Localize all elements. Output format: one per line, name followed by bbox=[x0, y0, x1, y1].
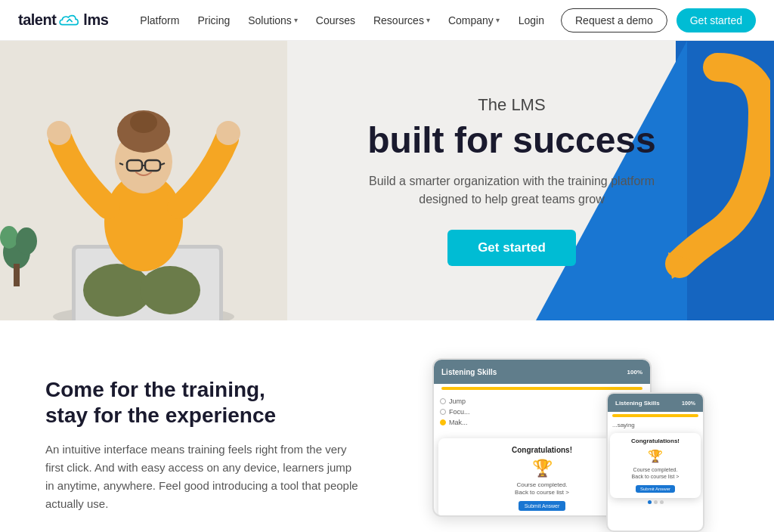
nav-pricing[interactable]: Pricing bbox=[190, 10, 237, 31]
mock-phone-submit-button[interactable]: Submit Answer bbox=[636, 485, 675, 493]
mock-phone-congrats-popup: Congratulations! 🏆 Course completed.Back… bbox=[610, 433, 701, 498]
get-started-nav-button[interactable]: Get started bbox=[676, 8, 756, 32]
svg-point-3 bbox=[16, 227, 37, 255]
hero-person-illustration bbox=[0, 41, 287, 320]
mock-phone-dot-3 bbox=[660, 500, 664, 504]
svg-point-9 bbox=[140, 266, 200, 314]
logo-cloud-icon bbox=[57, 14, 82, 27]
mock-phone-progress-bar bbox=[612, 414, 698, 417]
mock-phone-trophy-icon: 🏆 bbox=[616, 449, 695, 463]
nav-courses[interactable]: Courses bbox=[308, 10, 363, 31]
mock-phone-congrats-title: Congratulations! bbox=[616, 438, 695, 444]
mock-progress-bar bbox=[441, 387, 642, 390]
hero-section: The LMS built for success Build a smarte… bbox=[0, 41, 774, 320]
logo[interactable]: talent lms bbox=[18, 11, 108, 29]
nav-resources[interactable]: Resources ▾ bbox=[366, 10, 438, 31]
nav-links: Platform Pricing Solutions ▾ Courses Res… bbox=[132, 10, 510, 31]
section2-description: An intuitive interface means training fe… bbox=[45, 441, 363, 513]
mock-phone-dot-1 bbox=[648, 500, 652, 504]
logo-text-part1: talent bbox=[18, 11, 56, 29]
svg-point-20 bbox=[47, 121, 71, 145]
hero-image bbox=[0, 41, 287, 320]
chevron-down-icon: ▾ bbox=[294, 16, 298, 24]
chevron-down-icon-2: ▾ bbox=[426, 16, 430, 24]
mock-phone-congrats-text: Course completed.Back to course list > bbox=[616, 466, 695, 480]
hero-content: The LMS built for success Build a smarte… bbox=[249, 80, 774, 282]
nav-platform[interactable]: Platform bbox=[132, 10, 187, 31]
svg-point-21 bbox=[216, 121, 240, 145]
section2-title: Come for the training,stay for the exper… bbox=[45, 377, 363, 428]
mock-tablet-header: Listening Skills 100% bbox=[434, 360, 650, 384]
mock-radio-3 bbox=[440, 419, 446, 425]
request-demo-button[interactable]: Request a demo bbox=[561, 8, 667, 32]
nav-actions: Login Request a demo Get started bbox=[511, 8, 756, 32]
mock-phone: Listening Skills 100% ...saying Congratu… bbox=[606, 392, 704, 532]
mock-screens: Listening Skills 100% Jump Focu... bbox=[432, 358, 704, 532]
mock-phone-header: Listening Skills 100% bbox=[608, 394, 703, 412]
svg-rect-4 bbox=[14, 264, 20, 286]
hero-subtitle: The LMS bbox=[280, 95, 744, 115]
hero-get-started-button[interactable]: Get started bbox=[447, 230, 576, 266]
section2-image: Listening Skills 100% Jump Focu... bbox=[408, 358, 729, 532]
chevron-down-icon-3: ▾ bbox=[496, 16, 500, 24]
navbar: talent lms Platform Pricing Solutions ▾ … bbox=[0, 0, 774, 41]
mock-phone-dot-2 bbox=[654, 500, 658, 504]
mock-phone-dots bbox=[608, 500, 703, 504]
mock-phone-progress-fill bbox=[612, 414, 698, 417]
nav-solutions[interactable]: Solutions ▾ bbox=[240, 10, 305, 31]
logo-text-part2: lms bbox=[83, 11, 108, 29]
section2: Come for the training,stay for the exper… bbox=[0, 320, 774, 532]
mock-radio-2 bbox=[440, 409, 446, 415]
mock-phone-label: ...saying bbox=[608, 419, 703, 431]
mock-radio-1 bbox=[440, 398, 446, 404]
svg-point-2 bbox=[0, 226, 18, 249]
hero-title: built for success bbox=[280, 121, 744, 161]
section2-text: Come for the training,stay for the exper… bbox=[45, 377, 363, 512]
svg-point-14 bbox=[130, 112, 157, 133]
hero-description: Build a smarter organization with the tr… bbox=[368, 172, 655, 209]
mock-progress-fill bbox=[441, 387, 642, 390]
mock-submit-button[interactable]: Submit Answer bbox=[519, 501, 566, 511]
login-button[interactable]: Login bbox=[511, 10, 552, 31]
nav-company[interactable]: Company ▾ bbox=[441, 10, 507, 31]
